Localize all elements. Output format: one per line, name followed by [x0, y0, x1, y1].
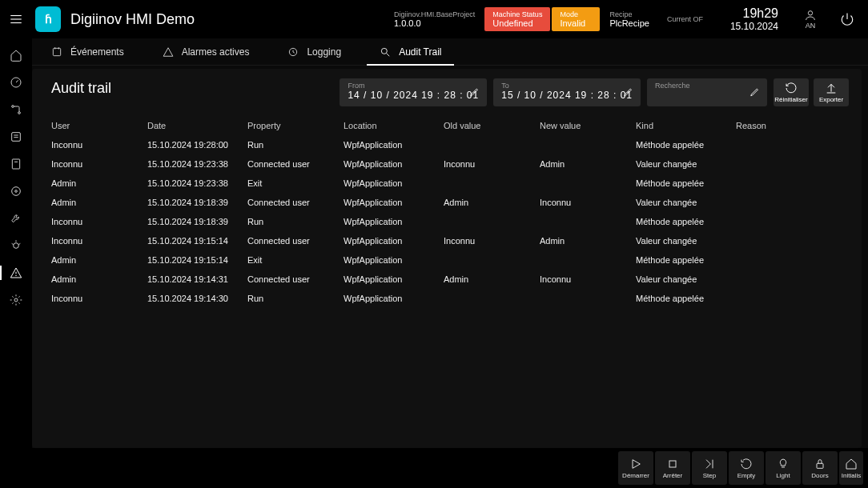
edit-to-icon[interactable] — [623, 86, 634, 99]
table-row[interactable]: Admin15.10.2024 19:15:14ExitWpfApplicati… — [45, 250, 849, 270]
cell-date: 15.10.2024 19:15:14 — [147, 236, 247, 246]
svg-point-13 — [15, 190, 18, 193]
light-label: Light — [776, 472, 790, 479]
col-reason[interactable]: Reason — [736, 121, 816, 130]
empty-button[interactable]: Empty — [729, 451, 764, 485]
sidebar-list[interactable] — [0, 123, 32, 150]
recipe-block: Recipe PlcRecipe — [601, 7, 657, 31]
cell-kind: Méthode appelée — [636, 178, 736, 188]
start-button[interactable]: Démarrer — [618, 451, 653, 485]
sidebar-dashboard[interactable] — [0, 69, 32, 96]
cell-kind: Méthode appelée — [636, 255, 736, 265]
cell-new: Inconnu — [540, 274, 636, 284]
col-new[interactable]: New value — [540, 121, 636, 130]
filter-search-label: Recherche — [655, 82, 759, 90]
export-icon — [825, 82, 838, 94]
step-button[interactable]: Step — [692, 451, 727, 485]
cell-kind: Valeur changée — [636, 274, 736, 284]
cell-location: WpfApplication — [344, 294, 444, 303]
tab-events[interactable]: Événements — [32, 38, 143, 65]
cell-location: WpfApplication — [344, 217, 444, 226]
cell-new: Inconnu — [540, 198, 636, 207]
project-version: 1.0.0.0 — [394, 18, 475, 28]
light-button[interactable]: Light — [766, 451, 801, 485]
audit-icon — [380, 46, 391, 58]
table-row[interactable]: Inconnu15.10.2024 19:18:39RunWpfApplicat… — [45, 212, 849, 231]
cell-reason — [736, 294, 816, 303]
sidebar-settings[interactable] — [0, 286, 32, 314]
table-row[interactable]: Inconnu15.10.2024 19:23:38Connected user… — [45, 154, 849, 174]
hamburger-menu-button[interactable] — [6, 10, 26, 29]
cell-new: Admin — [540, 236, 636, 246]
col-user[interactable]: User — [51, 121, 147, 130]
cell-location: WpfApplication — [344, 236, 444, 246]
sidebar-flow[interactable] — [0, 96, 32, 123]
empty-icon — [740, 458, 753, 470]
user-name: AN — [806, 22, 816, 30]
sidebar-bug[interactable] — [0, 232, 32, 259]
init-label: Initialis — [842, 472, 861, 479]
power-button[interactable] — [838, 10, 857, 29]
table-header: User Date Property Location Old value Ne… — [45, 116, 849, 135]
cell-user: Inconnu — [51, 236, 147, 246]
cell-date: 15.10.2024 19:15:14 — [147, 255, 247, 265]
table-row[interactable]: Inconnu15.10.2024 19:15:14Connected user… — [45, 231, 849, 250]
cell-reason — [736, 178, 816, 188]
cell-kind: Valeur changée — [636, 159, 736, 169]
table-row[interactable]: Admin15.10.2024 19:14:31Connected userWp… — [45, 270, 849, 289]
cell-new — [540, 178, 636, 188]
home-init-icon — [845, 458, 858, 470]
tab-alarms[interactable]: Alarmes actives — [143, 38, 269, 65]
init-button[interactable]: Initialis — [839, 451, 863, 485]
tab-logging[interactable]: Logging — [268, 38, 360, 65]
svg-line-17 — [18, 243, 20, 244]
filter-from[interactable]: From 14 / 10 / 2024 19 : 28 : 01 — [340, 78, 487, 106]
user-block[interactable]: AN — [798, 9, 823, 30]
alarm-icon — [163, 46, 174, 58]
cell-location: WpfApplication — [344, 198, 444, 207]
cell-kind: Méthode appelée — [636, 294, 736, 303]
table-row[interactable]: Inconnu15.10.2024 19:28:00RunWpfApplicat… — [45, 135, 849, 154]
doors-button[interactable]: Doors — [802, 451, 838, 485]
cell-kind: Valeur changée — [636, 198, 736, 207]
reset-button[interactable]: Réinitialiser — [774, 78, 809, 106]
table-row[interactable]: Inconnu15.10.2024 19:14:30RunWpfApplicat… — [45, 289, 849, 308]
cell-user: Admin — [51, 255, 147, 265]
cell-user: Admin — [51, 198, 147, 207]
sidebar-tool[interactable] — [0, 205, 32, 232]
table-row[interactable]: Admin15.10.2024 19:23:38ExitWpfApplicati… — [45, 174, 849, 193]
sidebar-alert[interactable] — [0, 259, 32, 286]
col-kind[interactable]: Kind — [636, 121, 736, 130]
edit-from-icon[interactable] — [469, 86, 480, 99]
stop-button[interactable]: Arrêter — [655, 451, 690, 485]
col-old[interactable]: Old value — [444, 121, 540, 130]
lock-icon — [814, 458, 826, 470]
empty-label: Empty — [737, 472, 756, 479]
cell-reason — [736, 274, 816, 284]
sidebar-target[interactable] — [0, 178, 32, 205]
col-date[interactable]: Date — [147, 121, 247, 130]
col-property[interactable]: Property — [247, 121, 344, 130]
page-title: Audit trail — [51, 80, 327, 97]
cell-old — [444, 255, 540, 265]
cell-property: Exit — [247, 178, 344, 188]
sidebar-home[interactable] — [0, 42, 32, 69]
export-button[interactable]: Exporter — [814, 78, 849, 106]
col-location[interactable]: Location — [344, 121, 444, 130]
tab-audit[interactable]: Audit Trail — [360, 38, 460, 65]
filter-bar: From 14 / 10 / 2024 19 : 28 : 01 To 15 /… — [340, 69, 849, 113]
cell-new — [540, 140, 636, 150]
svg-point-20 — [14, 298, 18, 302]
table-row[interactable]: Admin15.10.2024 19:18:39Connected userWp… — [45, 193, 849, 212]
edit-search-icon[interactable] — [749, 86, 761, 99]
cell-property: Run — [247, 217, 344, 226]
filter-search[interactable]: Recherche — [647, 78, 767, 106]
svg-point-6 — [18, 112, 21, 114]
sidebar-notes[interactable] — [0, 150, 32, 178]
bug-icon — [10, 239, 22, 252]
cell-old — [444, 294, 540, 303]
cell-location: WpfApplication — [344, 159, 444, 169]
cell-old — [444, 178, 540, 188]
filter-to[interactable]: To 15 / 10 / 2024 19 : 28 : 01 — [493, 78, 641, 106]
project-label: Digiinov.HMI.BaseProject — [394, 10, 475, 18]
